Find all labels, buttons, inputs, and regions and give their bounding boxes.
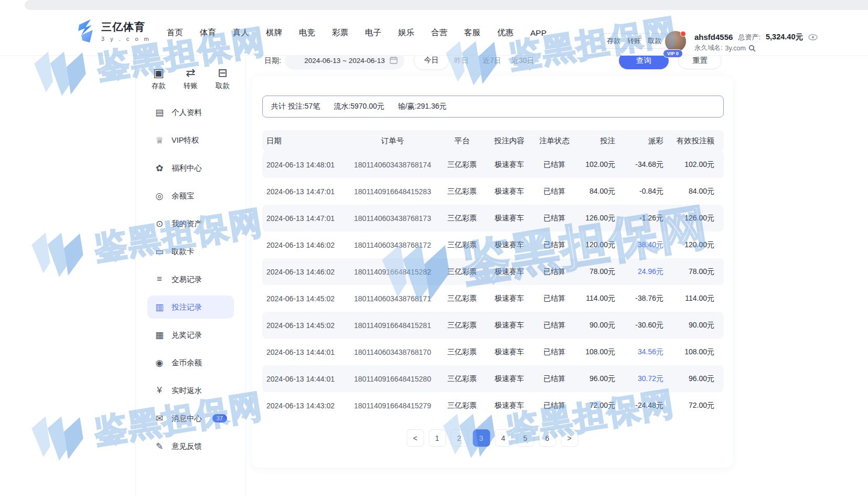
logo-subtitle: 3 y . c o m <box>101 36 151 42</box>
cell-payout: -30.60元 <box>615 321 663 330</box>
sidebar-item[interactable]: ✉ 消息中心 37 <box>147 407 234 430</box>
sidebar-quick-action[interactable]: ▣ 存款 <box>152 67 166 91</box>
page-button[interactable]: 3 <box>473 429 490 447</box>
page-buttons: 123456 <box>428 429 556 447</box>
cell-content: 极速赛车 <box>489 374 529 384</box>
assets-icon: ⊙ <box>154 218 165 229</box>
nav-item[interactable]: 合营 <box>431 27 447 38</box>
sidebar-item-label: 实时返水 <box>172 386 202 396</box>
nav-item[interactable]: 电子 <box>365 27 381 38</box>
sidebar-item[interactable]: ✿ 福利中心 <box>147 156 234 180</box>
calendar-icon[interactable] <box>390 56 398 64</box>
site-logo[interactable]: 三亿体育 3 y . c o m <box>75 18 151 44</box>
col-bet: 投注 <box>580 136 615 146</box>
sidebar-item-label: 交易记录 <box>172 275 202 284</box>
sidebar-quick-actions: ▣ 存款 ⇄ 转账 ⊟ 取款 <box>136 67 245 91</box>
table-row: 2024-06-13 14:46:02 1801140916648415282 … <box>262 258 724 285</box>
cell-bet: 96.00元 <box>580 374 615 384</box>
sidebar-item-label: 投注记录 <box>172 302 202 312</box>
wallet-action[interactable]: 存款 <box>607 36 620 46</box>
nav-item[interactable]: 电竞 <box>299 27 315 38</box>
cell-platform: 三亿彩票 <box>435 401 489 410</box>
cell-valid: 78.00元 <box>663 267 724 277</box>
page-button[interactable]: 2 <box>451 429 468 447</box>
cell-valid: 90.00元 <box>663 321 724 330</box>
nav-item[interactable]: 客服 <box>464 27 480 38</box>
nav-item[interactable]: 彩票 <box>332 27 348 38</box>
sidebar-item[interactable]: ◎ 余额宝 <box>147 184 234 207</box>
cell-bet: 126.00元 <box>580 214 615 223</box>
nav-item[interactable]: 体育 <box>200 27 216 38</box>
cell-status: 已结算 <box>529 401 580 410</box>
cell-date: 2024-06-13 14:46:02 <box>262 268 350 276</box>
avatar[interactable] <box>665 31 686 52</box>
cell-date: 2024-06-13 14:43:02 <box>262 402 350 410</box>
col-valid: 有效投注额 <box>663 136 724 146</box>
page-button[interactable]: 5 <box>517 429 534 447</box>
nav-item[interactable]: APP <box>530 28 546 38</box>
sidebar-item[interactable]: ≡ 交易记录 <box>147 268 234 291</box>
page-button[interactable]: 1 <box>428 429 446 447</box>
search-icon[interactable] <box>748 45 756 52</box>
page-button[interactable]: 4 <box>495 429 512 447</box>
nav-item[interactable]: 娱乐 <box>398 27 414 38</box>
cell-valid: 120.00元 <box>663 240 724 250</box>
bet-records-icon: ▥ <box>154 302 165 313</box>
cell-valid: 96.00元 <box>663 374 724 384</box>
cell-content: 极速赛车 <box>489 347 529 357</box>
watermark-logo-icon <box>23 403 92 472</box>
vip-badge: VIP 0 <box>663 49 683 58</box>
eye-icon[interactable] <box>808 34 818 40</box>
wallet-action[interactable]: 转账 <box>627 36 641 46</box>
col-date: 日期 <box>262 136 350 146</box>
quick-filter-link[interactable]: 昨日 <box>454 56 469 66</box>
id-card-icon: ▤ <box>154 107 165 118</box>
transfer-icon: ⇄ <box>186 67 195 79</box>
cell-order: 1801140916648415280 <box>350 375 435 383</box>
domain-value: 3y.com <box>725 45 745 52</box>
nav-item[interactable]: 真人 <box>233 27 249 38</box>
cell-status: 已结算 <box>529 214 580 223</box>
cell-platform: 三亿彩票 <box>435 240 489 250</box>
col-content: 投注内容 <box>489 136 529 146</box>
sidebar-item[interactable]: ♕ VIP特权 <box>147 129 234 152</box>
sidebar-item[interactable]: ✎ 意见反馈 <box>147 435 234 458</box>
cell-bet: 102.00元 <box>580 160 615 170</box>
user-info-line: ahsfd4556 总资产: 5,324.40元 <box>694 32 818 42</box>
sidebar-quick-action[interactable]: ⊟ 取款 <box>216 67 230 91</box>
cell-platform: 三亿彩票 <box>435 187 489 196</box>
prev-page-button[interactable]: < <box>406 429 424 447</box>
cell-bet: 108.00元 <box>580 347 615 357</box>
quick-filter-link[interactable]: 近7日 <box>483 56 501 66</box>
yuebao-icon: ◎ <box>154 191 165 202</box>
nav-item[interactable]: 棋牌 <box>266 27 282 38</box>
quick-action-label: 取款 <box>216 81 230 91</box>
nav-item[interactable]: 首页 <box>167 27 183 38</box>
sidebar-item[interactable]: ▦ 兑奖记录 <box>147 323 234 346</box>
cell-bet: 120.00元 <box>580 240 615 250</box>
cell-status: 已结算 <box>529 294 580 303</box>
cell-bet: 84.00元 <box>580 187 615 196</box>
sidebar-quick-action[interactable]: ⇄ 转账 <box>184 67 198 91</box>
next-page-button[interactable]: > <box>561 429 578 447</box>
page-button[interactable]: 6 <box>539 429 556 447</box>
cell-valid: 126.00元 <box>663 214 724 223</box>
sidebar-item-label: 取款卡 <box>172 247 195 257</box>
summary-bar: 共计 投注:57笔 流水:5970.00元 输/赢:291.36元 <box>262 96 724 118</box>
sidebar-item[interactable]: ▤ 个人资料 <box>147 101 234 124</box>
cell-date: 2024-06-13 14:44:01 <box>262 348 350 356</box>
sidebar-item[interactable]: ▥ 投注记录 <box>147 296 234 319</box>
sidebar-item[interactable]: ¥ 实时返水 <box>147 379 234 402</box>
cell-platform: 三亿彩票 <box>435 267 489 277</box>
sidebar-item[interactable]: ◉ 金币余额 <box>147 351 234 374</box>
sidebar-item-label: 金币余额 <box>172 358 202 368</box>
cell-bet: 114.00元 <box>580 294 615 303</box>
table-row: 2024-06-13 14:45:02 1801140916648415281 … <box>262 312 724 339</box>
sidebar-item[interactable]: ▭ 取款卡 <box>147 240 234 263</box>
nav-item[interactable]: 优惠 <box>497 27 513 38</box>
wallet-action[interactable]: 取款 <box>648 36 661 46</box>
quick-filter-link[interactable]: 近30日 <box>511 56 534 66</box>
cell-content: 极速赛车 <box>489 240 529 250</box>
sidebar-item[interactable]: ⊙ 我的资产 <box>147 212 234 235</box>
col-platform: 平台 <box>435 136 489 146</box>
